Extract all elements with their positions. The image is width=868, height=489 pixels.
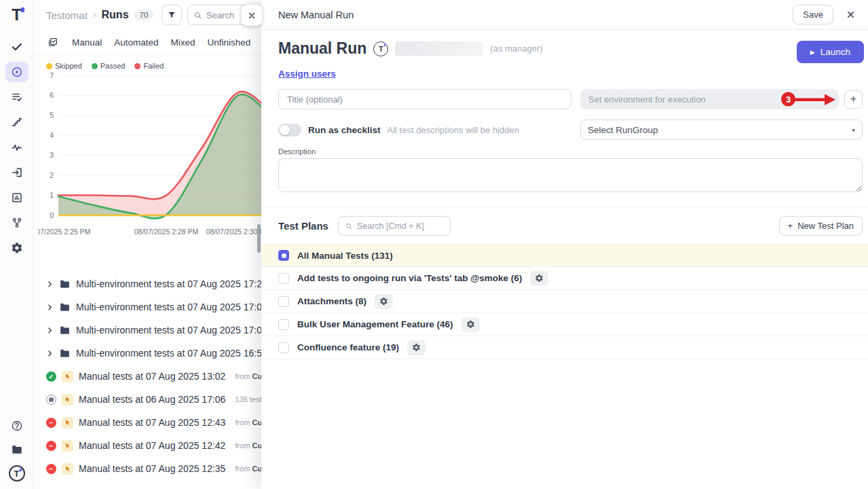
assignee-name-redacted [395,41,483,56]
tests-check-icon[interactable] [5,37,29,57]
chevron-right-icon[interactable] [46,280,54,288]
reports-icon[interactable] [5,187,29,208]
test-plan-label: Bulk User Management Feature (46) [297,319,453,329]
run-title-row: Manual Run T (as manager) ▶ Launch [278,39,863,58]
run-row[interactable]: −Manual tests at 07 Aug 2025 12:42from C… [34,434,261,457]
checklist-icon[interactable] [5,87,29,107]
chevron-right-icon[interactable] [46,304,54,311]
run-row[interactable]: ✓Manual tests at 07 Aug 2025 13:02from C… [34,365,261,388]
run-title: Manual Run [278,39,366,58]
filter-button[interactable] [162,5,182,25]
save-button[interactable]: Save [793,5,833,24]
test-plan-settings-button[interactable] [530,271,548,286]
run-row[interactable]: −Manual tests at 07 Aug 2025 12:43from C… [34,411,261,434]
checklist-row: Run as checklist All test descriptions w… [278,120,571,140]
tab-manual[interactable]: Manual [72,37,102,48]
close-icon [846,10,856,20]
folder-icon [59,302,71,313]
tab-unfinished[interactable]: Unfinished [208,37,251,48]
test-plans-header: Test Plans + New Test Plan [278,216,863,236]
run-folder-row[interactable]: Multi-environment tests at 07 Aug 2025 1… [34,342,261,365]
run-row[interactable]: Manual tests at 06 Aug 2025 17:06136 tes… [34,388,261,411]
panel-title: New Manual Run [278,10,354,20]
environment-placeholder: Set environment for execution [588,94,706,105]
test-plan-row[interactable]: Confluence feature (19) [261,336,868,359]
status-passed-icon: ✓ [46,372,56,382]
runs-play-icon[interactable] [5,62,29,82]
run-row[interactable]: −Manual tests at 07 Aug 2025 12:35from C… [34,457,261,480]
checkbox[interactable] [278,319,289,330]
new-test-plan-button[interactable]: + New Test Plan [779,216,863,236]
title-input[interactable] [278,89,571,109]
run-label: Manual tests at 07 Aug 2025 13:02 [79,371,225,382]
run-label: Manual tests at 07 Aug 2025 12:35 [79,463,225,474]
legend-dot [134,63,140,69]
breadcrumb-page[interactable]: Runs [102,9,129,21]
legend-passed: Passed [92,62,126,70]
run-folder-label: Multi-environment tests at 07 Aug 2025 1… [76,348,261,359]
panel-close-float-button[interactable] [242,5,262,26]
checklist-label: Run as checklist [308,125,381,135]
assign-users-link[interactable]: Assign users [278,69,336,79]
chevron-right-icon[interactable] [46,327,54,334]
panel-close-button[interactable] [846,10,856,20]
run-as-checklist-toggle[interactable] [278,124,301,137]
funnel-icon [167,10,176,20]
rail-items [5,37,29,258]
app-logo: T [12,7,22,23]
chevron-right-icon[interactable] [46,350,54,357]
svg-text:2: 2 [50,171,54,179]
logo-badge[interactable]: T [5,465,29,482]
checkbox[interactable] [278,342,289,353]
help-icon[interactable] [5,417,29,435]
test-plan-label: Attachments (8) [297,296,366,306]
svg-text:5: 5 [50,111,54,119]
select-all-icon[interactable] [48,37,58,48]
steps-icon[interactable] [5,112,29,132]
test-plan-row[interactable]: Attachments (8) [261,290,868,313]
branches-icon[interactable] [5,213,29,233]
rungroup-select[interactable]: Select RunGroup ▾ [580,120,863,140]
settings-gear-icon[interactable] [5,238,29,258]
test-plan-row[interactable]: Bulk User Management Feature (46) [261,313,868,336]
projects-folder-icon[interactable] [5,441,29,458]
run-folder-row[interactable]: Multi-environment tests at 07 Aug 2025 1… [34,319,261,342]
run-folder-row[interactable]: Multi-environment tests at 07 Aug 2025 1… [34,272,261,295]
close-icon [247,11,257,20]
add-environment-button[interactable]: + [844,90,863,109]
scrollbar-thumb[interactable] [257,224,261,253]
test-plan-row[interactable]: All Manual Tests (131) [261,244,868,267]
checkbox[interactable] [278,273,289,284]
environment-field[interactable]: Set environment for execution 3 [580,89,839,109]
test-plan-row[interactable]: Add tests to ongoing run via 'Tests' tab… [261,267,868,290]
run-folder-row[interactable]: Multi-environment tests at 07 Aug 2025 1… [34,295,261,319]
chart-x-tick: 08/07/2025 2:28 PM [134,228,199,236]
legend-label: Skipped [55,62,82,70]
runs-panel-header: Testomat › Runs 70 [34,0,261,30]
description-textarea[interactable] [278,158,863,192]
breadcrumb-project[interactable]: Testomat [46,10,88,21]
search-icon [193,11,202,20]
assignee-avatar[interactable]: T [373,41,388,56]
test-plan-label: All Manual Tests (131) [297,251,393,261]
import-icon[interactable] [5,162,29,183]
checkbox-checked[interactable] [278,250,289,261]
test-plan-settings-button[interactable] [375,294,393,309]
tab-mixed[interactable]: Mixed [171,37,195,48]
test-plans-search-input[interactable] [357,221,438,231]
checkbox[interactable] [278,296,289,307]
play-icon: ▶ [810,49,815,56]
launch-button[interactable]: ▶ Launch [797,41,864,63]
activity-pulse-icon[interactable] [5,137,29,158]
test-plans-search[interactable] [338,216,451,236]
tab-automated[interactable]: Automated [114,37,158,48]
manual-run-icon [62,417,73,429]
description-label: Description [278,147,863,156]
folder-icon [59,325,71,336]
status-failed-icon: − [46,418,56,428]
svg-text:1: 1 [50,191,54,199]
legend-dot [92,63,98,69]
test-plan-settings-button[interactable] [407,340,426,355]
test-plan-settings-button[interactable] [461,317,480,332]
legend-label: Failed [143,62,164,70]
